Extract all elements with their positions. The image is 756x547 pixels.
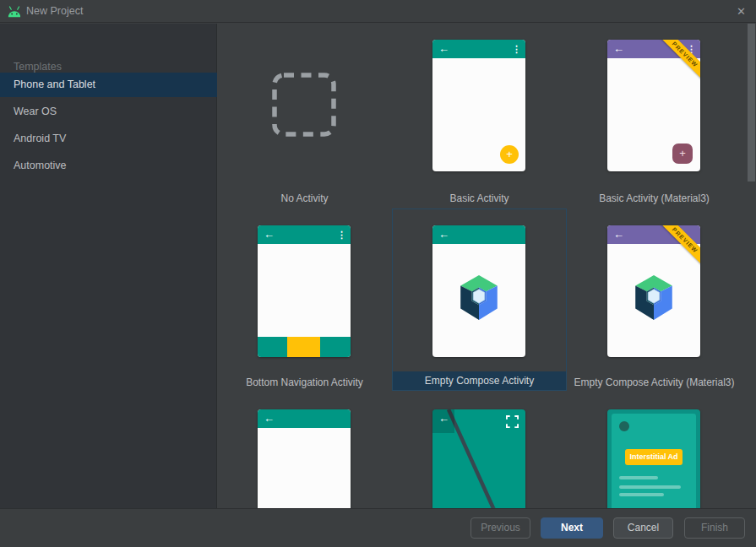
overflow-menu-icon: ⋮: [337, 225, 346, 244]
app-bar: ← ⋮: [432, 40, 525, 58]
template-label[interactable]: Bottom Navigation Activity: [217, 376, 392, 388]
sidebar-header: Templates: [14, 61, 62, 73]
templates-sidebar: Templates Phone and Tablet Wear OS Andro…: [0, 24, 217, 508]
fab-icon: +: [500, 145, 519, 164]
android-logo-icon: [7, 5, 22, 18]
template-card-no-activity[interactable]: [272, 73, 336, 137]
sidebar-item-automotive[interactable]: Automotive: [0, 154, 217, 178]
app-bar: ← ⋮: [258, 225, 351, 244]
app-bar: ←: [258, 409, 351, 428]
next-button[interactable]: Next: [541, 517, 603, 539]
template-label-selected[interactable]: Empty Compose Activity: [393, 371, 566, 390]
jetpack-compose-logo-icon: [457, 274, 501, 322]
template-label[interactable]: Basic Activity: [392, 192, 567, 204]
fullscreen-icon: [506, 415, 519, 428]
finish-button[interactable]: Finish: [684, 517, 745, 539]
template-card-empty-compose-activity-material3[interactable]: ← PREVIEW: [607, 225, 700, 357]
bottom-nav-bar: [258, 337, 351, 357]
back-arrow-icon: ←: [264, 409, 275, 428]
cancel-button[interactable]: Cancel: [613, 517, 673, 539]
ad-avatar-dot: [619, 421, 629, 431]
interstitial-ad-button: Interstitial Ad: [625, 449, 683, 465]
dialog-title: New Project: [26, 0, 83, 23]
template-label[interactable]: Empty Compose Activity (Material3): [567, 376, 742, 388]
template-label[interactable]: No Activity: [217, 192, 392, 204]
fab-icon: +: [672, 144, 693, 164]
bottom-nav-selected-tab: [287, 337, 320, 357]
template-card-empty-compose-activity[interactable]: ←: [432, 225, 525, 357]
back-arrow-icon: ←: [438, 40, 449, 58]
template-card-basic-activity[interactable]: ← ⋮ +: [432, 40, 525, 171]
template-card-bottom-navigation-activity[interactable]: ← ⋮: [258, 225, 351, 357]
sidebar-item-wear-os[interactable]: Wear OS: [0, 100, 217, 124]
back-arrow-icon: ←: [613, 40, 624, 58]
app-bar: ←: [432, 225, 525, 244]
template-label[interactable]: Basic Activity (Material3): [567, 192, 742, 204]
ad-text-line: [619, 493, 664, 496]
back-arrow-icon: ←: [613, 225, 624, 244]
vertical-scrollbar-thumb[interactable]: [748, 24, 755, 181]
previous-button[interactable]: Previous: [470, 517, 530, 539]
sidebar-item-phone-and-tablet[interactable]: Phone and Tablet: [0, 73, 217, 97]
ad-text-line: [619, 476, 658, 479]
jetpack-compose-logo-icon: [632, 274, 676, 322]
ad-text-line: [619, 485, 681, 489]
new-project-dialog: New Project ✕ Templates Phone and Tablet…: [0, 0, 756, 547]
dashed-square-icon: [272, 73, 336, 137]
back-arrow-icon: ←: [438, 409, 449, 428]
dialog-footer: Previous Next Cancel Finish: [0, 508, 756, 547]
close-icon[interactable]: ✕: [737, 0, 746, 23]
back-arrow-icon: ←: [264, 225, 275, 244]
overflow-menu-icon: ⋮: [512, 40, 521, 58]
title-bar: New Project ✕: [0, 0, 756, 23]
sidebar-item-android-tv[interactable]: Android TV: [0, 127, 217, 151]
back-arrow-icon: ←: [438, 225, 449, 244]
template-card-basic-activity-material3[interactable]: ← ⋮ PREVIEW +: [607, 40, 700, 171]
